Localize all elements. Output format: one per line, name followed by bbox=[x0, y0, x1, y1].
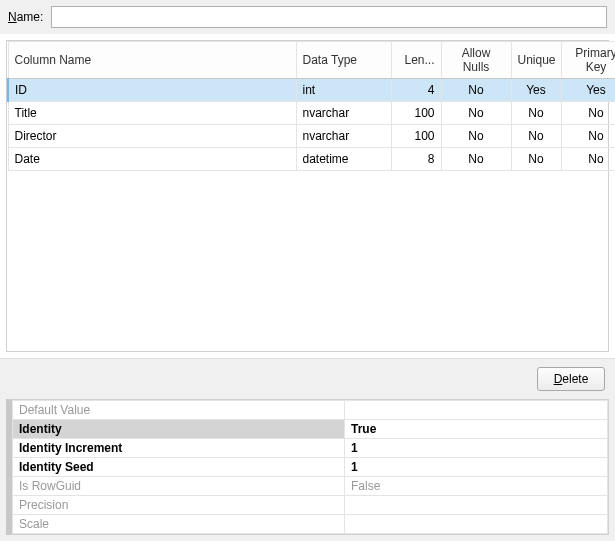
cell-nulls[interactable]: No bbox=[441, 79, 511, 102]
property-value[interactable] bbox=[345, 401, 608, 420]
cell-nulls[interactable]: No bbox=[441, 148, 511, 171]
delete-button[interactable]: Delete bbox=[537, 367, 605, 391]
name-label: Name: bbox=[8, 10, 43, 24]
property-row[interactable]: Is RowGuidFalse bbox=[13, 477, 608, 496]
property-row[interactable]: Identity Seed1 bbox=[13, 458, 608, 477]
properties-panel: Default ValueIdentityTrueIdentity Increm… bbox=[0, 399, 615, 541]
property-label[interactable]: Default Value bbox=[13, 401, 345, 420]
cell-type[interactable]: nvarchar bbox=[296, 102, 391, 125]
property-label[interactable]: Identity Seed bbox=[13, 458, 345, 477]
name-row: Name: bbox=[0, 0, 615, 34]
table-row[interactable]: Titlenvarchar100NoNoNo bbox=[8, 102, 615, 125]
property-value[interactable] bbox=[345, 515, 608, 534]
columns-panel: Column Name Data Type Len... Allow Nulls… bbox=[0, 34, 615, 358]
cell-name[interactable]: Date bbox=[8, 148, 296, 171]
cell-len[interactable]: 100 bbox=[391, 102, 441, 125]
grid-empty-area[interactable] bbox=[7, 171, 608, 351]
table-row[interactable]: Directornvarchar100NoNoNo bbox=[8, 125, 615, 148]
property-label[interactable]: Precision bbox=[13, 496, 345, 515]
cell-type[interactable]: nvarchar bbox=[296, 125, 391, 148]
cell-unique[interactable]: Yes bbox=[511, 79, 561, 102]
button-row: Delete bbox=[0, 358, 615, 399]
cell-nulls[interactable]: No bbox=[441, 102, 511, 125]
cell-nulls[interactable]: No bbox=[441, 125, 511, 148]
cell-len[interactable]: 100 bbox=[391, 125, 441, 148]
cell-len[interactable]: 4 bbox=[391, 79, 441, 102]
property-label[interactable]: Identity Increment bbox=[13, 439, 345, 458]
property-row[interactable]: Precision bbox=[13, 496, 608, 515]
name-input[interactable] bbox=[51, 6, 607, 28]
cell-unique[interactable]: No bbox=[511, 102, 561, 125]
header-primary-key[interactable]: Primary Key bbox=[561, 42, 615, 79]
cell-pk[interactable]: No bbox=[561, 125, 615, 148]
property-label[interactable]: Identity bbox=[13, 420, 345, 439]
cell-type[interactable]: datetime bbox=[296, 148, 391, 171]
property-value[interactable] bbox=[345, 496, 608, 515]
cell-len[interactable]: 8 bbox=[391, 148, 441, 171]
cell-unique[interactable]: No bbox=[511, 125, 561, 148]
property-row[interactable]: Default Value bbox=[13, 401, 608, 420]
cell-pk[interactable]: Yes bbox=[561, 79, 615, 102]
property-label[interactable]: Scale bbox=[13, 515, 345, 534]
columns-grid[interactable]: Column Name Data Type Len... Allow Nulls… bbox=[6, 40, 609, 352]
columns-header-row[interactable]: Column Name Data Type Len... Allow Nulls… bbox=[8, 42, 615, 79]
table-row[interactable]: IDint4NoYesYes bbox=[8, 79, 615, 102]
cell-name[interactable]: ID bbox=[8, 79, 296, 102]
property-value[interactable]: 1 bbox=[345, 439, 608, 458]
header-allow-nulls[interactable]: Allow Nulls bbox=[441, 42, 511, 79]
property-label[interactable]: Is RowGuid bbox=[13, 477, 345, 496]
cell-pk[interactable]: No bbox=[561, 148, 615, 171]
property-row[interactable]: IdentityTrue bbox=[13, 420, 608, 439]
header-data-type[interactable]: Data Type bbox=[296, 42, 391, 79]
header-unique[interactable]: Unique bbox=[511, 42, 561, 79]
properties-grid[interactable]: Default ValueIdentityTrueIdentity Increm… bbox=[6, 399, 609, 535]
cell-unique[interactable]: No bbox=[511, 148, 561, 171]
table-row[interactable]: Datedatetime8NoNoNo bbox=[8, 148, 615, 171]
cell-type[interactable]: int bbox=[296, 79, 391, 102]
property-value[interactable]: False bbox=[345, 477, 608, 496]
property-row[interactable]: Scale bbox=[13, 515, 608, 534]
property-row[interactable]: Identity Increment1 bbox=[13, 439, 608, 458]
header-column-name[interactable]: Column Name bbox=[8, 42, 296, 79]
property-value[interactable]: True bbox=[345, 420, 608, 439]
cell-pk[interactable]: No bbox=[561, 102, 615, 125]
cell-name[interactable]: Title bbox=[8, 102, 296, 125]
header-length[interactable]: Len... bbox=[391, 42, 441, 79]
cell-name[interactable]: Director bbox=[8, 125, 296, 148]
property-value[interactable]: 1 bbox=[345, 458, 608, 477]
